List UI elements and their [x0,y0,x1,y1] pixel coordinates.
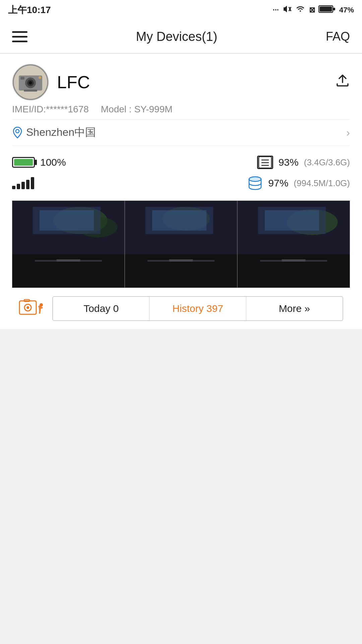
action-bar: Today 0 History 397 More » [12,288,350,329]
stats-row: 100% 93% (3.4G/3.6G) [12,146,350,176]
gallery-image-1[interactable] [12,201,125,288]
svg-rect-34 [176,262,186,272]
status-icons: ··· ⊠ 47% [273,4,354,16]
wifi-icon [295,4,306,16]
top-nav: My Devices(1) FAQ [0,20,362,54]
device-location[interactable]: Shenzhen中国 › [12,119,350,146]
svg-point-48 [40,303,43,307]
device-imei: IMEI/ID:******1678 [12,104,89,115]
device-thumbnail [14,65,47,99]
svg-rect-10 [20,77,24,79]
tab-more[interactable]: More » [246,297,343,320]
sim-icon: ⊠ [309,6,315,14]
content-area [0,329,362,597]
sdcard-stat: 93% (3.4G/3.6G) [257,156,350,169]
sdcard-icon [257,156,273,169]
svg-rect-35 [166,272,196,276]
svg-rect-42 [289,262,299,272]
svg-rect-26 [63,262,73,272]
svg-point-18 [249,177,261,181]
status-bar: 上午10:17 ··· ⊠ 47% [0,0,362,20]
photo-icon[interactable] [19,297,46,320]
battery-percent-text: 100% [40,157,66,168]
svg-rect-40 [265,210,319,231]
tab-history[interactable]: History 397 [149,297,246,320]
svg-rect-27 [53,272,83,276]
hamburger-menu-button[interactable] [12,31,27,42]
storage-percent: 97% [268,177,288,189]
sdcard-percent: 93% [279,157,299,168]
svg-rect-25 [57,260,80,262]
signal-dots-icon: ··· [273,6,279,14]
image-gallery [12,201,350,288]
gallery-image-3[interactable] [237,201,350,288]
tab-today[interactable]: Today 0 [53,297,149,320]
storage-stat: 97% (994.5M/1.0G) [247,176,350,191]
page-title: My Devices(1) [136,30,218,44]
storage-detail: (994.5M/1.0G) [294,178,350,189]
status-time: 上午10:17 [8,4,51,16]
svg-rect-3 [319,7,332,12]
device-location-text: Shenzhen中国 [26,125,96,140]
battery-fill [14,159,33,166]
database-icon [247,176,263,191]
sdcard-detail: (3.4G/3.6G) [304,157,350,168]
mute-icon [282,4,292,16]
svg-point-11 [39,76,41,79]
device-card: LFC IMEI/ID:******1678 Model : SY-999M S… [0,54,362,329]
location-chevron-icon: › [346,126,350,139]
location-pin-icon [12,126,23,139]
svg-rect-12 [24,90,37,92]
svg-rect-43 [278,272,309,276]
signal-bars-icon [12,177,34,189]
faq-button[interactable]: FAQ [326,30,350,44]
svg-rect-37 [238,254,350,287]
svg-rect-4 [333,8,335,10]
battery-body [12,157,35,168]
svg-rect-33 [169,260,193,262]
stats-row-2: 97% (994.5M/1.0G) [12,176,350,197]
battery-status-icon [318,4,336,16]
gallery-image-2[interactable] [125,201,237,288]
device-avatar [12,64,49,101]
svg-rect-29 [125,254,237,287]
device-meta: IMEI/ID:******1678 Model : SY-999M [12,104,350,115]
svg-rect-32 [152,210,206,231]
upload-icon[interactable] [335,73,350,91]
battery-percent: 47% [339,6,354,14]
svg-point-9 [29,81,32,85]
battery-visual [12,157,35,168]
tab-group: Today 0 History 397 More » [52,296,343,321]
device-header: LFC [12,64,350,101]
svg-rect-24 [40,210,94,231]
svg-point-46 [26,306,29,309]
battery-stat: 100% [12,156,66,169]
device-model: Model : SY-999M [101,104,173,115]
svg-point-13 [16,129,19,133]
svg-rect-41 [282,260,306,262]
svg-rect-20 [12,254,124,287]
device-name: LFC [57,72,90,92]
signal-stat [12,176,34,191]
